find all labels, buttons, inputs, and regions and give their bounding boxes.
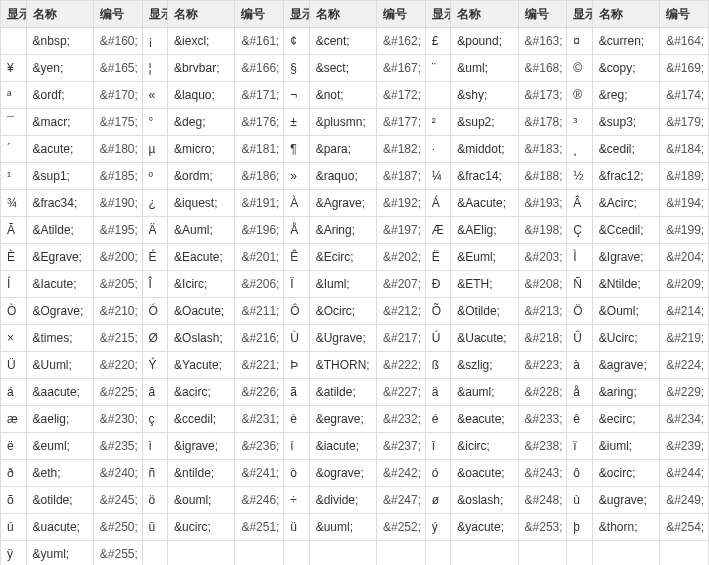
cell-glyph: Ê xyxy=(284,244,310,271)
cell-name: &Aacute; xyxy=(451,190,518,217)
cell-name: &frac34; xyxy=(26,190,93,217)
cell-name: &ocirc; xyxy=(592,460,659,487)
cell-code: &#223; xyxy=(518,352,567,379)
cell-code: &#214; xyxy=(660,298,709,325)
cell-name: &aring; xyxy=(592,379,659,406)
cell-code: &#215; xyxy=(93,325,142,352)
cell-name: &Ugrave; xyxy=(309,325,376,352)
cell-name: &acute; xyxy=(26,136,93,163)
cell-glyph: ü xyxy=(284,514,310,541)
cell-glyph: ² xyxy=(425,109,451,136)
cell-glyph: ¸ xyxy=(567,136,593,163)
cell-name: &iuml; xyxy=(592,433,659,460)
cell-code: &#216; xyxy=(235,325,284,352)
cell-name: &atilde; xyxy=(309,379,376,406)
cell-name: &aelig; xyxy=(26,406,93,433)
cell-glyph: ° xyxy=(142,109,168,136)
cell-code: &#193; xyxy=(518,190,567,217)
cell-name: &yuml; xyxy=(26,541,93,566)
table-row: Í&Iacute;&#205;Î&Icirc;&#206;Ï&Iuml;&#20… xyxy=(1,271,709,298)
table-row: ¹&sup1;&#185;º&ordm;&#186;»&raquo;&#187;… xyxy=(1,163,709,190)
cell-code: &#172; xyxy=(377,82,426,109)
cell-name: &iacute; xyxy=(309,433,376,460)
col-header-name: 名称 xyxy=(168,1,235,28)
cell-code: &#255; xyxy=(93,541,142,566)
cell-code: &#219; xyxy=(660,325,709,352)
cell-name: &uacute; xyxy=(26,514,93,541)
cell-name: &para; xyxy=(309,136,376,163)
cell-glyph: ú xyxy=(1,514,27,541)
cell-name: &ordm; xyxy=(168,163,235,190)
cell-name: &frac14; xyxy=(451,163,518,190)
cell-code: &#209; xyxy=(660,271,709,298)
cell-glyph xyxy=(1,28,27,55)
cell-glyph: ¿ xyxy=(142,190,168,217)
cell-code xyxy=(235,541,284,566)
cell-code: &#207; xyxy=(377,271,426,298)
col-header-code: 编号 xyxy=(235,1,284,28)
cell-code: &#212; xyxy=(377,298,426,325)
cell-glyph: Ö xyxy=(567,298,593,325)
cell-code: &#198; xyxy=(518,217,567,244)
table-row: È&Egrave;&#200;É&Eacute;&#201;Ê&Ecirc;&#… xyxy=(1,244,709,271)
col-header-glyph: 显示 xyxy=(142,1,168,28)
cell-code: &#196; xyxy=(235,217,284,244)
cell-name xyxy=(309,541,376,566)
cell-name: &Ouml; xyxy=(592,298,659,325)
cell-name: &ecirc; xyxy=(592,406,659,433)
cell-glyph: » xyxy=(284,163,310,190)
cell-glyph: ß xyxy=(425,352,451,379)
cell-code: &#231; xyxy=(235,406,284,433)
cell-glyph: ª xyxy=(1,82,27,109)
cell-glyph: ë xyxy=(1,433,27,460)
cell-code xyxy=(518,541,567,566)
cell-glyph: ô xyxy=(567,460,593,487)
cell-glyph: Ã xyxy=(1,217,27,244)
cell-glyph: ä xyxy=(425,379,451,406)
cell-name: &micro; xyxy=(168,136,235,163)
cell-code: &#197; xyxy=(377,217,426,244)
cell-name: &Ccedil; xyxy=(592,217,659,244)
cell-glyph: À xyxy=(284,190,310,217)
cell-code: &#190; xyxy=(93,190,142,217)
table-row: ¯&macr;&#175;°&deg;&#176;±&plusmn;&#177;… xyxy=(1,109,709,136)
cell-code: &#186; xyxy=(235,163,284,190)
col-header-glyph: 显示 xyxy=(1,1,27,28)
cell-glyph: ù xyxy=(567,487,593,514)
col-header-glyph: 显示 xyxy=(284,1,310,28)
cell-name: &Eacute; xyxy=(168,244,235,271)
cell-code: &#167; xyxy=(377,55,426,82)
cell-glyph: Õ xyxy=(425,298,451,325)
cell-glyph: « xyxy=(142,82,168,109)
table-row: ð&eth;&#240;ñ&ntilde;&#241;ò&ograve;&#24… xyxy=(1,460,709,487)
cell-glyph: Ì xyxy=(567,244,593,271)
cell-name: &egrave; xyxy=(309,406,376,433)
cell-glyph: ¶ xyxy=(284,136,310,163)
cell-code: &#163; xyxy=(518,28,567,55)
cell-code: &#175; xyxy=(93,109,142,136)
cell-glyph: â xyxy=(142,379,168,406)
cell-code: &#228; xyxy=(518,379,567,406)
cell-name: &Auml; xyxy=(168,217,235,244)
cell-name: &plusmn; xyxy=(309,109,376,136)
cell-code: &#241; xyxy=(235,460,284,487)
cell-glyph: Ñ xyxy=(567,271,593,298)
cell-glyph: Ú xyxy=(425,325,451,352)
cell-glyph: · xyxy=(425,136,451,163)
cell-code: &#239; xyxy=(660,433,709,460)
cell-name: &iexcl; xyxy=(168,28,235,55)
cell-glyph: î xyxy=(425,433,451,460)
cell-name: &yen; xyxy=(26,55,93,82)
cell-code: &#161; xyxy=(235,28,284,55)
cell-code: &#168; xyxy=(518,55,567,82)
col-header-code: 编号 xyxy=(518,1,567,28)
cell-name: &nbsp; xyxy=(26,28,93,55)
cell-code: &#169; xyxy=(660,55,709,82)
col-header-name: 名称 xyxy=(26,1,93,28)
cell-name: &curren; xyxy=(592,28,659,55)
cell-code: &#250; xyxy=(93,514,142,541)
cell-glyph: í xyxy=(284,433,310,460)
cell-code: &#178; xyxy=(518,109,567,136)
cell-code: &#218; xyxy=(518,325,567,352)
cell-name: &igrave; xyxy=(168,433,235,460)
